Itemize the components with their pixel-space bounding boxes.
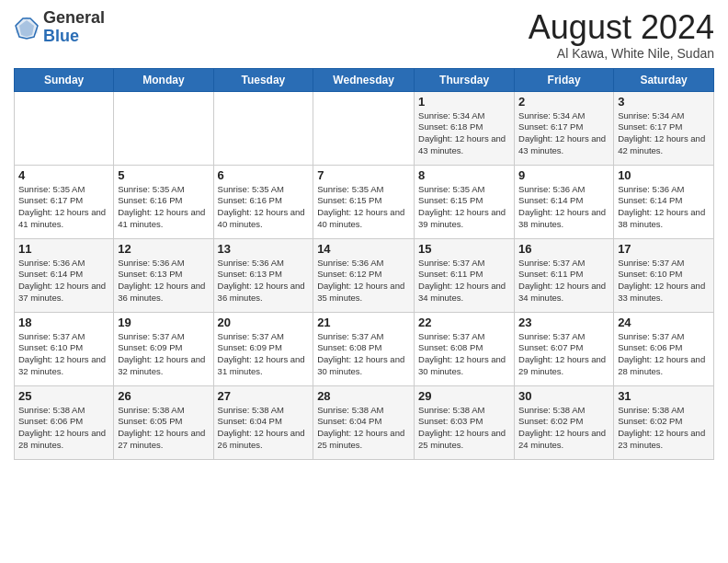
calendar-cell: 15Sunrise: 5:37 AM Sunset: 6:11 PM Dayli… xyxy=(415,238,515,312)
day-number: 14 xyxy=(317,242,410,256)
day-number: 18 xyxy=(18,316,109,329)
day-number: 17 xyxy=(618,242,710,256)
logo-blue: Blue xyxy=(43,27,79,45)
day-number: 13 xyxy=(218,242,310,256)
weekday-header-sunday: Sunday xyxy=(15,68,114,91)
day-number: 5 xyxy=(118,168,209,182)
calendar-cell: 16Sunrise: 5:37 AM Sunset: 6:11 PM Dayli… xyxy=(515,238,614,312)
day-number: 8 xyxy=(418,168,510,182)
calendar-cell: 1Sunrise: 5:34 AM Sunset: 6:18 PM Daylig… xyxy=(415,91,515,165)
calendar-cell: 14Sunrise: 5:36 AM Sunset: 6:12 PM Dayli… xyxy=(313,238,415,312)
calendar-cell: 11Sunrise: 5:36 AM Sunset: 6:14 PM Dayli… xyxy=(15,238,114,312)
weekday-header-saturday: Saturday xyxy=(614,68,714,91)
day-detail: Sunrise: 5:36 AM Sunset: 6:13 PM Dayligh… xyxy=(218,258,310,304)
calendar-cell: 24Sunrise: 5:37 AM Sunset: 6:06 PM Dayli… xyxy=(614,312,714,385)
day-detail: Sunrise: 5:37 AM Sunset: 6:06 PM Dayligh… xyxy=(618,331,710,378)
day-number: 3 xyxy=(618,95,710,109)
day-detail: Sunrise: 5:38 AM Sunset: 6:04 PM Dayligh… xyxy=(218,405,310,452)
calendar-cell xyxy=(213,91,313,165)
day-detail: Sunrise: 5:35 AM Sunset: 6:15 PM Dayligh… xyxy=(317,184,410,231)
calendar-cell: 20Sunrise: 5:37 AM Sunset: 6:09 PM Dayli… xyxy=(213,312,313,385)
calendar-cell: 12Sunrise: 5:36 AM Sunset: 6:13 PM Dayli… xyxy=(114,238,213,312)
day-detail: Sunrise: 5:35 AM Sunset: 6:17 PM Dayligh… xyxy=(18,184,109,231)
weekday-header-friday: Friday xyxy=(515,68,614,91)
day-number: 7 xyxy=(317,168,410,182)
calendar-cell: 23Sunrise: 5:37 AM Sunset: 6:07 PM Dayli… xyxy=(515,312,614,385)
day-number: 15 xyxy=(418,242,510,256)
calendar-cell: 26Sunrise: 5:38 AM Sunset: 6:05 PM Dayli… xyxy=(114,385,213,459)
calendar-cell: 17Sunrise: 5:37 AM Sunset: 6:10 PM Dayli… xyxy=(614,238,714,312)
calendar-cell: 21Sunrise: 5:37 AM Sunset: 6:08 PM Dayli… xyxy=(313,312,415,385)
weekday-header-monday: Monday xyxy=(114,68,213,91)
calendar-cell: 2Sunrise: 5:34 AM Sunset: 6:17 PM Daylig… xyxy=(515,91,614,165)
header: General Blue August 2024 Al Kawa, White … xyxy=(14,9,714,61)
day-detail: Sunrise: 5:37 AM Sunset: 6:10 PM Dayligh… xyxy=(618,258,710,304)
day-detail: Sunrise: 5:37 AM Sunset: 6:09 PM Dayligh… xyxy=(118,331,209,378)
day-detail: Sunrise: 5:36 AM Sunset: 6:14 PM Dayligh… xyxy=(18,258,109,304)
calendar-week-5: 25Sunrise: 5:38 AM Sunset: 6:06 PM Dayli… xyxy=(15,385,714,459)
day-detail: Sunrise: 5:38 AM Sunset: 6:03 PM Dayligh… xyxy=(418,405,510,452)
day-number: 16 xyxy=(518,242,609,256)
day-number: 12 xyxy=(118,242,209,256)
calendar-cell: 6Sunrise: 5:35 AM Sunset: 6:16 PM Daylig… xyxy=(213,165,313,238)
day-number: 22 xyxy=(418,316,510,329)
day-detail: Sunrise: 5:36 AM Sunset: 6:13 PM Dayligh… xyxy=(118,258,209,304)
day-number: 28 xyxy=(317,389,410,403)
calendar-cell xyxy=(15,91,114,165)
calendar-cell: 29Sunrise: 5:38 AM Sunset: 6:03 PM Dayli… xyxy=(415,385,515,459)
day-detail: Sunrise: 5:37 AM Sunset: 6:08 PM Dayligh… xyxy=(418,331,510,378)
day-detail: Sunrise: 5:35 AM Sunset: 6:16 PM Dayligh… xyxy=(218,184,310,231)
weekday-header-row: SundayMondayTuesdayWednesdayThursdayFrid… xyxy=(15,68,714,91)
day-number: 1 xyxy=(418,95,510,109)
title-block: August 2024 Al Kawa, White Nile, Sudan xyxy=(529,9,714,61)
calendar-week-4: 18Sunrise: 5:37 AM Sunset: 6:10 PM Dayli… xyxy=(15,312,714,385)
logo: General Blue xyxy=(14,9,105,46)
day-detail: Sunrise: 5:36 AM Sunset: 6:14 PM Dayligh… xyxy=(518,184,609,231)
day-number: 26 xyxy=(118,389,209,403)
day-number: 20 xyxy=(218,316,310,329)
day-detail: Sunrise: 5:38 AM Sunset: 6:05 PM Dayligh… xyxy=(118,405,209,452)
day-detail: Sunrise: 5:37 AM Sunset: 6:11 PM Dayligh… xyxy=(518,258,609,304)
day-detail: Sunrise: 5:37 AM Sunset: 6:10 PM Dayligh… xyxy=(18,331,109,378)
day-number: 30 xyxy=(518,389,609,403)
calendar-cell: 3Sunrise: 5:34 AM Sunset: 6:17 PM Daylig… xyxy=(614,91,714,165)
day-detail: Sunrise: 5:35 AM Sunset: 6:16 PM Dayligh… xyxy=(118,184,209,231)
day-number: 4 xyxy=(18,168,109,182)
day-number: 29 xyxy=(418,389,510,403)
logo-general: General xyxy=(43,8,105,27)
calendar-cell: 19Sunrise: 5:37 AM Sunset: 6:09 PM Dayli… xyxy=(114,312,213,385)
calendar-cell: 18Sunrise: 5:37 AM Sunset: 6:10 PM Dayli… xyxy=(15,312,114,385)
day-number: 27 xyxy=(218,389,310,403)
logo-icon xyxy=(14,15,40,40)
day-detail: Sunrise: 5:37 AM Sunset: 6:07 PM Dayligh… xyxy=(518,331,609,378)
month-year: August 2024 xyxy=(529,9,714,46)
day-number: 31 xyxy=(618,389,710,403)
day-detail: Sunrise: 5:36 AM Sunset: 6:12 PM Dayligh… xyxy=(317,258,410,304)
day-detail: Sunrise: 5:35 AM Sunset: 6:15 PM Dayligh… xyxy=(418,184,510,231)
calendar-cell: 10Sunrise: 5:36 AM Sunset: 6:14 PM Dayli… xyxy=(614,165,714,238)
weekday-header-thursday: Thursday xyxy=(415,68,515,91)
day-detail: Sunrise: 5:38 AM Sunset: 6:02 PM Dayligh… xyxy=(618,405,710,452)
location: Al Kawa, White Nile, Sudan xyxy=(529,46,714,61)
day-number: 11 xyxy=(18,242,109,256)
day-detail: Sunrise: 5:36 AM Sunset: 6:14 PM Dayligh… xyxy=(618,184,710,231)
calendar-cell: 5Sunrise: 5:35 AM Sunset: 6:16 PM Daylig… xyxy=(114,165,213,238)
calendar-cell: 9Sunrise: 5:36 AM Sunset: 6:14 PM Daylig… xyxy=(515,165,614,238)
day-detail: Sunrise: 5:38 AM Sunset: 6:02 PM Dayligh… xyxy=(518,405,609,452)
day-number: 23 xyxy=(518,316,609,329)
day-detail: Sunrise: 5:38 AM Sunset: 6:06 PM Dayligh… xyxy=(18,405,109,452)
day-number: 25 xyxy=(18,389,109,403)
logo-text: General Blue xyxy=(43,9,105,46)
calendar-cell: 31Sunrise: 5:38 AM Sunset: 6:02 PM Dayli… xyxy=(614,385,714,459)
calendar-cell: 30Sunrise: 5:38 AM Sunset: 6:02 PM Dayli… xyxy=(515,385,614,459)
page-container: General Blue August 2024 Al Kawa, White … xyxy=(0,0,728,469)
calendar-cell: 28Sunrise: 5:38 AM Sunset: 6:04 PM Dayli… xyxy=(313,385,415,459)
calendar-cell: 25Sunrise: 5:38 AM Sunset: 6:06 PM Dayli… xyxy=(15,385,114,459)
calendar-cell: 13Sunrise: 5:36 AM Sunset: 6:13 PM Dayli… xyxy=(213,238,313,312)
day-number: 9 xyxy=(518,168,609,182)
day-detail: Sunrise: 5:34 AM Sunset: 6:18 PM Dayligh… xyxy=(418,110,510,157)
day-detail: Sunrise: 5:38 AM Sunset: 6:04 PM Dayligh… xyxy=(317,405,410,452)
day-detail: Sunrise: 5:34 AM Sunset: 6:17 PM Dayligh… xyxy=(618,110,710,157)
calendar-cell: 7Sunrise: 5:35 AM Sunset: 6:15 PM Daylig… xyxy=(313,165,415,238)
calendar-cell: 8Sunrise: 5:35 AM Sunset: 6:15 PM Daylig… xyxy=(415,165,515,238)
